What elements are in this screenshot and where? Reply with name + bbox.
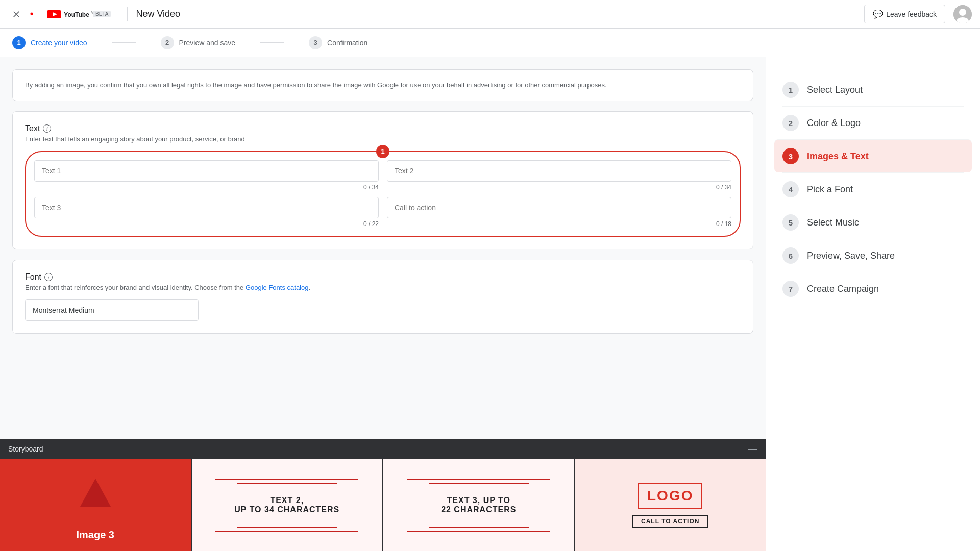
- storyboard: Storyboard — Image 3 TEXT 2, UP TO 34: [0, 439, 766, 551]
- font-section-subtitle: Enter a font that reinforces your brand …: [25, 284, 741, 291]
- frame-3-bottom-lines: [407, 527, 550, 532]
- sidebar-item-select-music[interactable]: 5 Select Music: [782, 206, 964, 239]
- font-subtitle-after: .: [308, 284, 310, 291]
- text-section-subtitle: Enter text that tells an engaging story …: [25, 135, 741, 143]
- sidebar-label-2: Color & Logo: [807, 118, 861, 129]
- frame-3-top-lines: [407, 479, 550, 484]
- step-2[interactable]: 2 Preview and save: [161, 36, 236, 49]
- google-fonts-link[interactable]: Google Fonts catalog: [246, 284, 309, 291]
- text-fields-group: 1 0 / 34 0 / 34 0 / 22: [25, 151, 741, 237]
- sidebar-num-4: 4: [782, 181, 799, 197]
- frame-3-text1: TEXT 3, UP TO: [447, 496, 510, 505]
- font-section: Font i Enter a font that reinforces your…: [12, 260, 753, 334]
- border-step-number: 1: [376, 145, 389, 158]
- sidebar-item-pick-font[interactable]: 4 Pick a Font: [782, 172, 964, 206]
- text-2-input[interactable]: [387, 160, 731, 182]
- cta-count: 0 / 18: [387, 220, 731, 228]
- frame-2-line-bot: [215, 531, 358, 532]
- topbar: YouTube Video Builder BETA New Video 💬 L…: [0, 0, 980, 29]
- feedback-button[interactable]: 💬 Leave feedback: [864, 5, 945, 23]
- font-title-label: Font: [25, 272, 41, 282]
- cta-wrap: 0 / 18: [387, 197, 731, 228]
- frame-1-content: Image 3: [0, 459, 191, 551]
- sidebar-item-color-logo[interactable]: 2 Color & Logo: [782, 106, 964, 139]
- text-3-wrap: 0 / 22: [34, 197, 379, 228]
- sidebar-label-4: Pick a Font: [807, 184, 853, 195]
- frame-2-inner: TEXT 2, UP TO 34 CHARACTERS: [215, 479, 358, 532]
- text-3-input[interactable]: [34, 197, 379, 218]
- logo-box: LOGO: [638, 483, 702, 509]
- sidebar-label-7: Create Campaign: [807, 284, 879, 294]
- frame-3-text: TEXT 3, UP TO 22 CHARACTERS: [441, 496, 516, 514]
- notice-text: By adding an image, you confirm that you…: [25, 81, 607, 89]
- text-2-count: 0 / 34: [387, 184, 731, 191]
- frame-2-bottom-lines: [215, 527, 358, 532]
- text-3-count: 0 / 22: [34, 220, 379, 228]
- sidebar-item-preview[interactable]: 6 Preview, Save, Share: [782, 239, 964, 272]
- frame-3-line-top: [407, 479, 550, 480]
- storyboard-minimize-button[interactable]: —: [748, 444, 757, 454]
- text-1-input[interactable]: [34, 160, 379, 182]
- user-avatar[interactable]: [953, 5, 972, 23]
- text-fields-row-2: 0 / 22 0 / 18: [34, 197, 731, 228]
- frame-2-line-mid: [237, 483, 337, 484]
- feedback-label: Leave feedback: [886, 10, 937, 18]
- text-title-label: Text: [25, 124, 40, 133]
- step-3-num: 3: [309, 36, 322, 49]
- text-1-wrap: 0 / 34: [34, 160, 379, 191]
- text-info-icon[interactable]: i: [43, 124, 51, 133]
- close-button[interactable]: [8, 6, 24, 22]
- step-3-label: Confirmation: [327, 39, 368, 47]
- step-2-label: Preview and save: [179, 39, 236, 47]
- step-2-num: 2: [161, 36, 174, 49]
- topbar-actions: 💬 Leave feedback: [864, 5, 972, 23]
- sidebar-num-3: 3: [782, 148, 799, 164]
- frame-3-inner: TEXT 3, UP TO 22 CHARACTERS: [407, 479, 550, 532]
- text-1-count: 0 / 34: [34, 184, 379, 191]
- sidebar-num-1: 1: [782, 82, 799, 98]
- text-fields-row-1: 0 / 34 0 / 34: [34, 160, 731, 191]
- font-subtitle-before: Enter a font that reinforces your brand …: [25, 284, 246, 291]
- sidebar-num-6: 6: [782, 247, 799, 264]
- font-section-title: Font i: [25, 272, 741, 282]
- step-1-label: Create your video: [31, 39, 87, 47]
- sidebar-item-create-campaign[interactable]: 7 Create Campaign: [782, 272, 964, 305]
- frame-3-line-bot: [407, 531, 550, 532]
- sidebar-item-select-layout[interactable]: 1 Select Layout: [782, 73, 964, 106]
- cta-input[interactable]: [387, 197, 731, 218]
- storyboard-frame-3: TEXT 3, UP TO 22 CHARACTERS: [383, 459, 575, 551]
- notice-box: By adding an image, you confirm that you…: [12, 69, 753, 101]
- step-3[interactable]: 3 Confirmation: [309, 36, 368, 49]
- frame-2-line-top: [215, 479, 358, 480]
- frame-3-text2: 22 CHARACTERS: [441, 505, 516, 514]
- frame-2-text1: TEXT 2,: [270, 496, 304, 505]
- page-title: New Video: [136, 9, 180, 19]
- sidebar-label-6: Preview, Save, Share: [807, 251, 895, 261]
- storyboard-frame-4: LOGO CALL TO ACTION: [575, 459, 766, 551]
- sidebar-num-2: 2: [782, 115, 799, 131]
- text-section-title: Text i: [25, 124, 741, 133]
- topbar-divider: [127, 7, 128, 21]
- step-1[interactable]: 1 Create your video: [12, 36, 87, 49]
- sidebar-label-3: Images & Text: [807, 151, 869, 162]
- storyboard-header: Storyboard —: [0, 439, 766, 459]
- storyboard-frame-1: Image 3: [0, 459, 192, 551]
- text-2-wrap: 0 / 34: [387, 160, 731, 191]
- steps-bar: 1 Create your video 2 Preview and save 3…: [0, 29, 980, 57]
- font-input[interactable]: [25, 299, 199, 321]
- svg-point-6: [959, 9, 966, 16]
- step-connector-2: [260, 42, 284, 43]
- frame-1-label: Image 3: [77, 529, 114, 541]
- font-info-icon[interactable]: i: [44, 273, 53, 281]
- right-sidebar: 1 Select Layout 2 Color & Logo 3 Images …: [766, 57, 980, 551]
- storyboard-frame-2: TEXT 2, UP TO 34 CHARACTERS: [192, 459, 384, 551]
- frame-2-line-bot-mid: [237, 527, 337, 528]
- sidebar-label-5: Select Music: [807, 217, 859, 228]
- frame-3-line-mid: [429, 483, 529, 484]
- sidebar-item-images-text[interactable]: 3 Images & Text: [774, 139, 972, 172]
- step-connector-1: [112, 42, 136, 43]
- frame-2-text2: UP TO 34 CHARACTERS: [234, 505, 339, 514]
- svg-text:YouTube: YouTube: [64, 11, 89, 18]
- frame-3-line-bot-mid: [429, 527, 529, 528]
- feedback-icon: 💬: [873, 9, 883, 19]
